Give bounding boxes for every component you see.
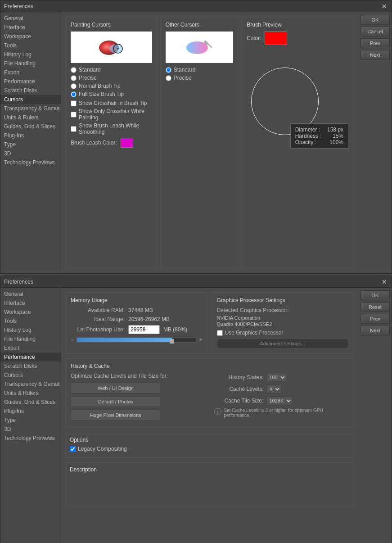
memory-section: Memory Usage Available RAM: 37448 MB Ide… — [66, 292, 207, 353]
brush-color-swatch[interactable] — [265, 32, 287, 45]
painting-precise-input[interactable] — [71, 75, 77, 81]
sidebar-item-workspace[interactable]: Workspace — [0, 32, 61, 41]
cache-levels-row: Cache Levels: 4 — [214, 385, 349, 394]
show-crosshair-input[interactable] — [71, 100, 77, 106]
gpu-manufacturer: NVIDIA Corporation — [217, 315, 349, 321]
use-gpu-checkbox[interactable]: Use Graphics Processor — [217, 330, 349, 336]
options-header: Options — [70, 437, 349, 443]
painting-standard-input[interactable] — [71, 67, 77, 73]
huge-pixel-btn[interactable]: Huge Pixel Dimensions — [71, 410, 161, 421]
sidebar-item-tech-previews[interactable]: Technology Previews — [0, 158, 61, 167]
sidebar2-item-performance[interactable]: Performance — [0, 353, 61, 362]
painting-full-size-input[interactable] — [71, 91, 77, 97]
sidebar-item-3d[interactable]: 3D — [0, 149, 61, 158]
leash-color-swatch[interactable] — [121, 138, 133, 148]
sidebar-item-export[interactable]: Export — [0, 68, 61, 77]
history-cache-header: History & Cache — [71, 363, 348, 369]
button-column-1: OK Cancel Prev Next — [358, 12, 392, 273]
sidebar-item-tools[interactable]: Tools — [0, 41, 61, 50]
reset-button-2[interactable]: Reset — [360, 302, 390, 312]
sidebar2-item-general[interactable]: General — [0, 290, 61, 299]
painting-normal-brush-input[interactable] — [71, 83, 77, 89]
sidebar-item-scratch-disks[interactable]: Scratch Disks — [0, 86, 61, 95]
memory-slider[interactable] — [77, 337, 196, 343]
other-cursor-icon — [181, 35, 217, 60]
slider-minus-icon[interactable]: − — [71, 337, 74, 343]
cache-levels-select[interactable]: 4 — [266, 385, 281, 394]
sidebar2-item-3d[interactable]: 3D — [0, 425, 61, 434]
sidebar-item-interface[interactable]: Interface — [0, 23, 61, 32]
sidebar2-item-scratch-disks[interactable]: Scratch Disks — [0, 362, 61, 371]
brush-circle-area: Diameter : 158 px Hardness : 15% Opacity… — [247, 50, 348, 176]
sidebar-item-plugins[interactable]: Plug-Ins — [0, 131, 61, 140]
sidebar-item-cursors[interactable]: Cursors — [0, 95, 61, 104]
slider-fill — [77, 338, 172, 342]
slider-plus-icon[interactable]: + — [199, 337, 202, 343]
sidebar-item-guides-grid[interactable]: Guides, Grid & Slices — [0, 122, 61, 131]
advanced-settings-btn[interactable]: Advanced Settings... — [217, 339, 349, 348]
let-ps-input[interactable] — [128, 325, 160, 334]
painting-full-size-radio[interactable]: Full Size Brush Tip — [71, 91, 152, 97]
sidebar2-item-history-log[interactable]: History Log — [0, 326, 61, 335]
sidebar2-item-tech-previews[interactable]: Technology Previews — [0, 434, 61, 443]
sidebar2-item-guides-grid[interactable]: Guides, Grid & Slices — [0, 398, 61, 407]
slider-thumb[interactable] — [170, 339, 174, 344]
painting-cursors-header: Painting Cursors — [71, 22, 152, 28]
cache-levels-label: Cache Levels: — [214, 386, 264, 392]
sidebar-item-type[interactable]: Type — [0, 140, 61, 149]
painting-precise-radio[interactable]: Precise — [71, 75, 152, 81]
painting-standard-radio[interactable]: Standard — [71, 67, 152, 73]
sidebar2-item-file-handling[interactable]: File Handling — [0, 335, 61, 344]
other-precise-input[interactable] — [166, 75, 171, 81]
show-brush-leash-checkbox[interactable]: Show Brush Leash While Smoothing — [71, 122, 152, 135]
sidebar-item-file-handling[interactable]: File Handling — [0, 59, 61, 68]
use-gpu-input[interactable] — [217, 330, 223, 336]
sidebar2-item-tools[interactable]: Tools — [0, 317, 61, 326]
close-button-1[interactable]: ✕ — [381, 3, 388, 9]
default-photos-btn[interactable]: Default / Photos — [71, 396, 161, 407]
ok-button-2[interactable]: OK — [360, 290, 390, 300]
other-standard-input[interactable] — [166, 67, 171, 73]
show-only-crosshair-checkbox[interactable]: Show Only Crosshair While Painting — [71, 108, 152, 121]
next-button-2[interactable]: Next — [360, 326, 390, 335]
show-only-crosshair-input[interactable] — [71, 112, 77, 118]
sidebar-item-general[interactable]: General — [0, 14, 61, 23]
perf-top-row: Memory Usage Available RAM: 37448 MB Ide… — [66, 292, 353, 353]
show-crosshair-checkbox[interactable]: Show Crosshair in Brush Tip — [71, 100, 152, 106]
sidebar2-item-units-rulers[interactable]: Units & Rulers — [0, 389, 61, 398]
available-ram-label: Available RAM: — [71, 307, 125, 313]
legacy-compositing-input[interactable] — [70, 446, 76, 452]
hc-right: History States: 100 Cache Levels: 4 — [214, 373, 349, 423]
cache-tile-select[interactable]: 1028K — [266, 396, 293, 405]
history-states-select[interactable]: 100 — [266, 373, 287, 382]
sidebar2-item-plugins[interactable]: Plug-Ins — [0, 407, 61, 416]
painting-normal-brush-radio[interactable]: Normal Brush Tip — [71, 83, 152, 89]
sidebar2-item-cursors[interactable]: Cursors — [0, 371, 61, 380]
sidebar2-item-export[interactable]: Export — [0, 344, 61, 353]
cache-tile-row: Cache Tile Size: 1028K — [214, 396, 349, 405]
sidebar-item-history-log[interactable]: History Log — [0, 50, 61, 59]
sidebar-item-performance[interactable]: Performance — [0, 77, 61, 86]
sidebar-item-transparency-gamut[interactable]: Transparency & Gamut — [0, 104, 61, 113]
sidebar2-item-interface[interactable]: Interface — [0, 299, 61, 308]
web-ui-btn[interactable]: Web / UI Design — [71, 383, 161, 394]
prev-button-2[interactable]: Prev — [360, 314, 390, 324]
leash-color-row: Brush Leash Color: — [71, 138, 152, 148]
description-section: Description — [66, 462, 353, 507]
sidebar2-item-type[interactable]: Type — [0, 416, 61, 425]
sidebar2-item-workspace[interactable]: Workspace — [0, 308, 61, 317]
sidebar2-item-transparency-gamut[interactable]: Transparency & Gamut — [0, 380, 61, 389]
preferences-window-2: Preferences ✕ General Interface Workspac… — [0, 276, 392, 543]
prev-button-1[interactable]: Prev — [360, 38, 390, 48]
painting-radio-group: Standard Precise Normal Brush Tip F — [71, 67, 152, 97]
next-button-1[interactable]: Next — [360, 50, 390, 60]
show-brush-leash-input[interactable] — [71, 126, 77, 132]
cancel-button-1[interactable]: Cancel — [360, 27, 390, 36]
sidebar-item-units-rulers[interactable]: Units & Rulers — [0, 113, 61, 122]
brush-preview-header: Brush Preview — [247, 22, 348, 28]
other-precise-radio[interactable]: Precise — [166, 75, 234, 81]
legacy-compositing-checkbox[interactable]: Legacy Compositing — [70, 446, 349, 452]
other-standard-radio[interactable]: Standard — [166, 67, 234, 73]
close-button-2[interactable]: ✕ — [381, 279, 388, 285]
ok-button-1[interactable]: OK — [360, 15, 390, 25]
